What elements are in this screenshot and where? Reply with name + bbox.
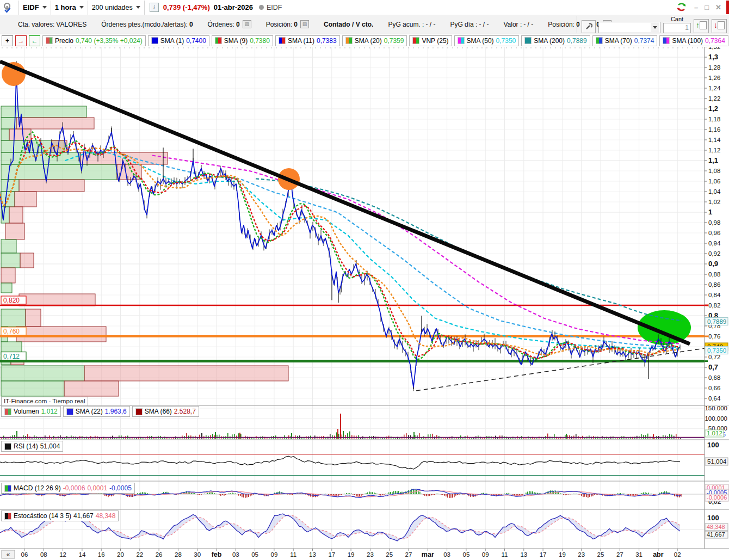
- svg-text:1,02: 1,02: [708, 199, 720, 205]
- svg-text:28: 28: [175, 551, 182, 558]
- svg-text:0,7889: 0,7889: [707, 318, 726, 325]
- svg-text:0,64: 0,64: [708, 395, 721, 402]
- add-indicator-button[interactable]: +: [2, 35, 13, 46]
- series-swatch-icon: [458, 37, 465, 44]
- series-label: SMA (20): [355, 37, 382, 45]
- account-field-3: Posición:0▨: [266, 20, 309, 28]
- report-icon[interactable]: ▨: [243, 20, 251, 28]
- maximize-button[interactable]: □: [705, 3, 709, 11]
- svg-text:1,26: 1,26: [708, 75, 720, 81]
- series-label: SMA (9): [224, 37, 248, 45]
- svg-text:27: 27: [616, 551, 623, 558]
- order-type-combobox[interactable]: [598, 22, 660, 33]
- series-swatch-icon: [596, 37, 603, 44]
- svg-text:0,82: 0,82: [708, 302, 720, 309]
- minimize-button[interactable]: –: [694, 3, 698, 11]
- legend-item-sma-20-[interactable]: SMA (20)0,7359: [342, 35, 407, 46]
- quantity-input[interactable]: 1: [663, 23, 691, 33]
- watermark-box: IT-Finance.com - Tiempo real: [1, 397, 88, 406]
- report-icon[interactable]: ▨: [300, 20, 309, 28]
- legend-item-vnp-25-[interactable]: VNP (25): [409, 35, 452, 46]
- buy-button[interactable]: ↑: [694, 19, 709, 33]
- legend-item-precio[interactable]: Precio0,740 (+3,35% +0,024): [42, 35, 146, 46]
- svg-text:0,68: 0,68: [708, 374, 720, 381]
- svg-text:19: 19: [348, 551, 355, 558]
- feed-symbol: EIDF: [267, 4, 282, 11]
- stochastic-legend-item[interactable]: Estocástico (14 3 5)41,66748,348: [1, 510, 119, 521]
- close-button[interactable]: ✕: [715, 3, 721, 11]
- macd-legend: MACD (12 26 9)-0,00060,0001-0,0005: [1, 483, 135, 494]
- link-window-icon[interactable]: [2, 2, 13, 14]
- volume-legend-item[interactable]: SMA (22)1.963,6: [63, 406, 130, 417]
- symbol-select[interactable]: EIDF: [23, 3, 47, 11]
- series-value: 1.012: [41, 408, 58, 415]
- rsi-legend: RSI (14)51,004: [1, 441, 63, 452]
- account-field-7: Valor :- / -: [503, 21, 533, 28]
- series-swatch-icon: [4, 408, 11, 415]
- legend-item-sma-100-[interactable]: SMA (100)0,7364: [659, 35, 728, 46]
- rsi-panel: [0, 454, 705, 476]
- chart-area[interactable]: 0,8200,7600,7121,321,31,281,261,241,221,…: [0, 47, 729, 560]
- svg-text:17: 17: [540, 551, 547, 558]
- legend-item-sma-1-[interactable]: SMA (1)0,7400: [148, 35, 209, 46]
- settings-wrench-button[interactable]: [582, 20, 596, 33]
- svg-text:100.000: 100.000: [705, 415, 727, 422]
- legend-item-sma-200-[interactable]: SMA (200)0,7889: [521, 35, 590, 46]
- series-label: Volumen: [14, 408, 39, 415]
- svg-text:51,004: 51,004: [707, 458, 727, 465]
- volume-legend-item[interactable]: Volumen1.012: [1, 406, 61, 417]
- series-value: 0,7359: [384, 37, 404, 45]
- svg-text:23: 23: [367, 551, 374, 558]
- series-swatch-icon: [66, 408, 73, 415]
- legend-item-sma-70-[interactable]: SMA (70)0,7374: [592, 35, 658, 46]
- svg-text:11: 11: [502, 551, 508, 558]
- svg-text:19: 19: [559, 551, 566, 558]
- macd-value: 0,0001: [87, 484, 107, 492]
- svg-text:abr: abr: [653, 551, 664, 558]
- svg-text:0,76: 0,76: [708, 333, 720, 340]
- svg-text:0,7: 0,7: [708, 363, 718, 371]
- macd-legend-item[interactable]: MACD (12 26 9)-0,00060,0001-0,0005: [1, 483, 135, 494]
- units-select[interactable]: 200 unidades: [92, 4, 140, 11]
- svg-text:0,66: 0,66: [708, 385, 720, 391]
- svg-text:25: 25: [597, 551, 604, 558]
- svg-text:30: 30: [194, 551, 201, 558]
- series-swatch-icon: [215, 37, 222, 44]
- svg-text:05: 05: [251, 551, 258, 558]
- account-field-2: Órdenes:0▨: [208, 20, 251, 28]
- refresh-icon[interactable]: [676, 2, 688, 13]
- order-ticket-icon: [700, 21, 707, 29]
- svg-text:09: 09: [271, 551, 278, 558]
- svg-text:«: «: [7, 551, 10, 558]
- svg-text:1,32: 1,32: [708, 47, 720, 50]
- svg-text:1,2: 1,2: [708, 104, 718, 113]
- series-swatch-icon: [345, 37, 353, 44]
- legend-item-sma-50-[interactable]: SMA (50)0,7350: [454, 35, 520, 46]
- legend-item-sma-9-[interactable]: SMA (9)0,7380: [212, 35, 273, 46]
- svg-text:0,96: 0,96: [708, 230, 720, 236]
- watermark-label: IT-Finance.com - Tiempo real: [1, 397, 88, 406]
- svg-text:feb: feb: [212, 551, 222, 558]
- rsi-legend-item[interactable]: RSI (14)51,004: [1, 441, 63, 452]
- scroll-in-button[interactable]: ←: [29, 35, 40, 46]
- svg-text:25: 25: [386, 551, 393, 558]
- sell-button[interactable]: ↓: [712, 19, 727, 33]
- legend-item-sma-11-[interactable]: SMA (11)0,7383: [275, 35, 340, 46]
- timeframe-select[interactable]: 1 hora: [55, 3, 84, 11]
- last-quote: 0,739 (-1,47%): [163, 3, 210, 11]
- scroll-out-button[interactable]: →: [15, 35, 27, 46]
- series-label: MACD (12 26 9): [14, 484, 61, 492]
- edge-accent: [726, 1, 729, 14]
- svg-text:150.000: 150.000: [705, 405, 727, 411]
- info-icon[interactable]: i: [150, 3, 159, 12]
- svg-text:48,348: 48,348: [707, 524, 725, 530]
- svg-text:0,7350: 0,7350: [707, 347, 726, 354]
- volume-legend-item[interactable]: SMA (66)2.528,7: [132, 406, 199, 417]
- volume-profile: [1, 106, 288, 396]
- svg-text:1.012: 1.012: [707, 430, 722, 436]
- svg-text:1,06: 1,06: [708, 178, 720, 184]
- svg-text:1,14: 1,14: [708, 137, 721, 143]
- svg-text:1,1: 1,1: [708, 156, 718, 164]
- divider: [51, 1, 51, 15]
- series-swatch-icon: [135, 408, 143, 415]
